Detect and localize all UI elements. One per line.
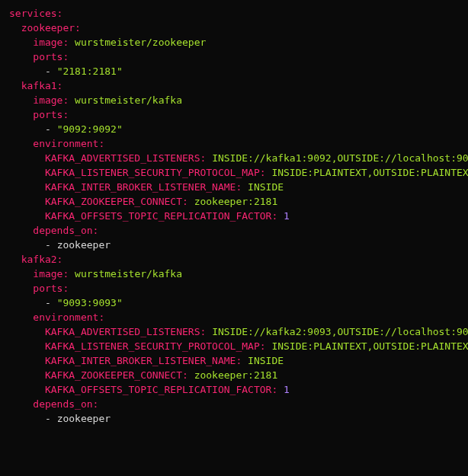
key-kotrf: KAFKA_OFFSETS_TOPIC_REPLICATION_FACTOR: — [45, 210, 277, 222]
val-kafka-image: wurstmeister/kafka — [75, 268, 182, 280]
val-kibln: INSIDE — [248, 181, 284, 193]
key-kzc: KAFKA_ZOOKEEPER_CONNECT: — [45, 369, 188, 381]
val-kzc: zookeeper:2181 — [194, 369, 278, 381]
key-kzc: KAFKA_ZOOKEEPER_CONNECT: — [45, 196, 188, 207]
key-depends-on: depends_on: — [33, 398, 98, 410]
key-klspm: KAFKA_LISTENER_SECURITY_PROTOCOL_MAP: — [45, 340, 266, 352]
val-zk-image: wurstmeister/zookeeper — [75, 37, 206, 48]
key-image: image: — [33, 268, 69, 280]
val-k1-kal: INSIDE://kafka1:9092,OUTSIDE://localhost… — [212, 152, 468, 164]
dash: - — [45, 239, 57, 251]
dash: - — [45, 413, 57, 424]
val-kotrf: 1 — [284, 384, 290, 395]
key-zookeeper: zookeeper: — [21, 22, 81, 34]
key-image: image: — [33, 94, 69, 106]
val-klspm: INSIDE:PLAINTEXT,OUTSIDE:PLAINTEXT — [271, 340, 468, 352]
dash: - — [45, 65, 57, 77]
val-dep-zk: zookeeper — [57, 413, 111, 424]
val-k1-port: "9092:9092" — [57, 123, 123, 135]
dash: - — [45, 297, 57, 308]
yaml-code-block: services: zookeeper: image: wurstmeister… — [0, 0, 468, 432]
val-kibln: INSIDE — [248, 355, 284, 366]
key-klspm: KAFKA_LISTENER_SECURITY_PROTOCOL_MAP: — [45, 167, 266, 178]
key-environment: environment: — [33, 311, 104, 323]
val-kotrf: 1 — [284, 210, 290, 222]
val-k2-kal: INSIDE://kafka2:9093,OUTSIDE://localhost… — [212, 326, 468, 337]
val-k2-port: "9093:9093" — [57, 297, 123, 308]
val-zk-port: "2181:2181" — [57, 65, 123, 77]
key-image: image: — [33, 37, 69, 48]
dash: - — [45, 123, 57, 135]
val-kafka-image: wurstmeister/kafka — [75, 94, 182, 106]
key-depends-on: depends_on: — [33, 225, 98, 236]
key-kafka2: kafka2: — [21, 254, 63, 265]
key-kal: KAFKA_ADVERTISED_LISTENERS: — [45, 326, 206, 337]
key-kibln: KAFKA_INTER_BROKER_LISTENER_NAME: — [45, 355, 242, 366]
key-ports: ports: — [33, 109, 69, 120]
key-services: services: — [9, 8, 63, 19]
val-klspm: INSIDE:PLAINTEXT,OUTSIDE:PLAINTEXT — [271, 167, 468, 178]
val-dep-zk: zookeeper — [57, 239, 111, 251]
key-kafka1: kafka1: — [21, 80, 63, 91]
key-ports: ports: — [33, 283, 69, 294]
key-environment: environment: — [33, 138, 104, 149]
key-ports: ports: — [33, 51, 69, 62]
val-kzc: zookeeper:2181 — [194, 196, 278, 207]
key-kotrf: KAFKA_OFFSETS_TOPIC_REPLICATION_FACTOR: — [45, 384, 277, 395]
key-kal: KAFKA_ADVERTISED_LISTENERS: — [45, 152, 206, 164]
key-kibln: KAFKA_INTER_BROKER_LISTENER_NAME: — [45, 181, 242, 193]
